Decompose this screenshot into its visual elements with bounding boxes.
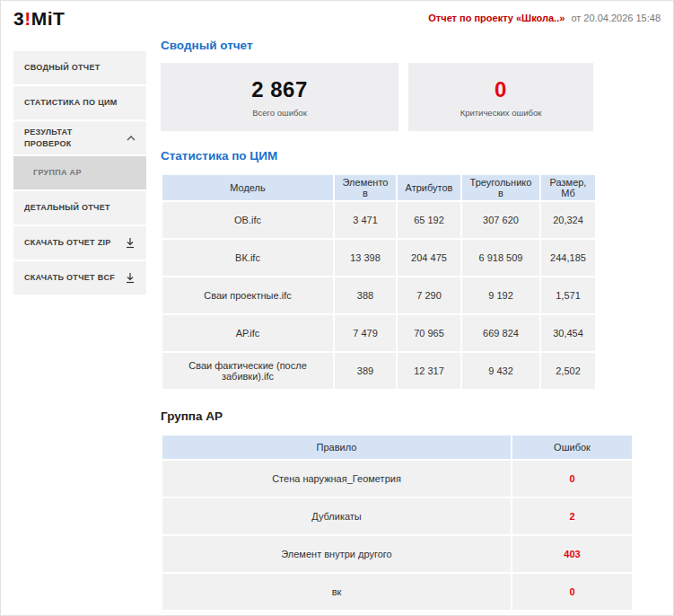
- table-cell: АР.ifc: [162, 314, 334, 352]
- table-cell: 388: [334, 277, 397, 314]
- table-cell: Стена наружная_Геометрия: [162, 460, 512, 497]
- sidebar-item-check-results[interactable]: Результат проверок: [13, 121, 146, 154]
- table-cell: 244,185: [540, 239, 596, 277]
- cim-stats-section-title: Статистика по ЦИМ: [161, 149, 661, 163]
- table-row: Сваи проектные.ifc3887 2909 1921,571: [162, 277, 596, 314]
- table-cell: 9 432: [461, 352, 540, 390]
- total-errors-card: 2 867 Всего ошибок: [161, 63, 398, 131]
- table-cell: ВК.ifc: [162, 239, 334, 277]
- critical-errors-label: Критических ошибок: [460, 108, 542, 118]
- table-cell: Элемент внутри другого: [162, 535, 512, 573]
- table-cell: 669 824: [461, 314, 540, 352]
- table-cell: Дубликаты: [162, 497, 512, 535]
- table-header-row: Правило Ошибок: [162, 435, 633, 460]
- column-header: Атрибутов: [397, 174, 461, 201]
- sidebar-item-label: Результат проверок: [24, 127, 121, 149]
- table-row: Стена наружная_Геометрия0: [162, 460, 633, 497]
- column-header: Правило: [162, 435, 512, 460]
- table-cell: 2,502: [540, 352, 596, 390]
- column-header: Элементов: [334, 174, 397, 201]
- table-row: Элемент внутри другого403: [162, 535, 633, 573]
- table-cell: 7 290: [397, 277, 461, 314]
- table-cell: 3 471: [334, 201, 397, 239]
- column-header: Ошибок: [512, 435, 633, 460]
- critical-errors-card: 0 Критических ошибок: [408, 63, 593, 131]
- table-cell: 20,324: [540, 201, 596, 239]
- logo-text: 3: [13, 8, 24, 29]
- table-row: вк0: [162, 573, 633, 611]
- group-ar-section-title: Группа АР: [161, 409, 661, 423]
- download-icon: [125, 272, 136, 284]
- logo-exclamation: !: [24, 8, 31, 29]
- cim-stats-table: Модель Элементов Атрибутов Треугольников…: [161, 173, 597, 391]
- sidebar-item-group-ar[interactable]: Группа АР: [13, 156, 146, 189]
- table-cell: 2: [512, 497, 633, 535]
- table-cell: 0: [512, 460, 633, 497]
- topbar: 3!MiT Отчет по проекту «Школа..» от 20.0…: [1, 1, 673, 37]
- table-cell: 70 965: [397, 314, 461, 352]
- table-cell: 30,454: [540, 314, 596, 352]
- column-header: Модель: [162, 174, 334, 201]
- table-row: Дубликаты2: [162, 497, 633, 535]
- sidebar-item-download-zip[interactable]: Скачать отчет ZIP: [13, 226, 146, 260]
- critical-errors-value: 0: [495, 77, 507, 102]
- chevron-up-icon: [127, 136, 136, 141]
- sidebar-item-label: Скачать отчет ZIP: [24, 237, 111, 249]
- table-cell: 389: [334, 352, 397, 390]
- sidebar-item-label: Скачать отчет BCF: [24, 272, 115, 284]
- sidebar-item-label: Статистика по ЦИМ: [24, 97, 118, 109]
- column-header: Размер, Мб: [540, 174, 596, 201]
- table-header-row: Модель Элементов Атрибутов Треугольников…: [162, 174, 596, 201]
- group-ar-table-body: Стена наружная_Геометрия0Дубликаты2Элеме…: [162, 460, 633, 611]
- column-header: Треугольников: [461, 174, 540, 201]
- table-cell: 65 192: [397, 201, 461, 239]
- group-ar-table: Правило Ошибок Стена наружная_Геометрия0…: [161, 434, 634, 612]
- main-content: Сводный отчет 2 867 Всего ошибок 0 Крити…: [161, 37, 661, 616]
- table-row: ВК.ifc13 398204 4756 918 509244,185: [162, 239, 596, 277]
- download-icon: [125, 237, 136, 249]
- sidebar-item-download-bcf[interactable]: Скачать отчет BCF: [13, 261, 146, 295]
- table-cell: Сваи фактические (после забивки).ifc: [162, 352, 334, 390]
- logo-text: MiT: [31, 8, 66, 29]
- table-cell: 6 918 509: [461, 239, 540, 277]
- report-project-title: Отчет по проекту «Школа..»: [428, 13, 565, 23]
- table-cell: вк: [162, 573, 512, 611]
- table-cell: 0: [512, 573, 633, 611]
- total-errors-label: Всего ошибок: [252, 108, 307, 118]
- report-date: от 20.04.2026 15:48: [571, 13, 661, 23]
- sidebar-item-cim-statistics[interactable]: Статистика по ЦИМ: [13, 86, 146, 119]
- bimit-logo[interactable]: 3!MiT: [13, 9, 65, 28]
- content: Сводный отчет Статистика по ЦИМ Результа…: [1, 37, 673, 616]
- table-cell: Сваи проектные.ifc: [162, 277, 334, 314]
- table-cell: 13 398: [334, 239, 397, 277]
- table-cell: 7 479: [334, 314, 397, 352]
- sidebar-item-summary-report[interactable]: Сводный отчет: [13, 51, 146, 84]
- summary-cards: 2 867 Всего ошибок 0 Критических ошибок: [161, 63, 661, 131]
- table-row: Сваи фактические (после забивки).ifc3891…: [162, 352, 596, 390]
- table-cell: 403: [512, 535, 633, 573]
- sidebar-item-label: Детальный отчет: [24, 202, 110, 214]
- summary-section-title: Сводный отчет: [161, 39, 661, 52]
- sidebar-item-label: Группа АР: [33, 167, 82, 179]
- sidebar-item-label: Сводный отчет: [24, 62, 101, 74]
- table-row: АР.ifc7 47970 965669 82430,454: [162, 314, 596, 352]
- table-cell: 307 620: [461, 201, 540, 239]
- table-cell: ОВ.ifc: [162, 201, 334, 239]
- table-row: ОВ.ifc3 47165 192307 62020,324: [162, 201, 596, 239]
- total-errors-value: 2 867: [251, 77, 308, 102]
- table-cell: 9 192: [461, 277, 540, 314]
- report-page: 3!MiT Отчет по проекту «Школа..» от 20.0…: [0, 0, 674, 616]
- table-cell: 204 475: [397, 239, 461, 277]
- table-cell: 1,571: [540, 277, 596, 314]
- sidebar-item-detailed-report[interactable]: Детальный отчет: [13, 191, 146, 224]
- cim-stats-table-body: ОВ.ifc3 47165 192307 62020,324ВК.ifc13 3…: [162, 201, 596, 390]
- table-cell: 12 317: [397, 352, 461, 390]
- sidebar: Сводный отчет Статистика по ЦИМ Результа…: [13, 51, 146, 616]
- report-meta: Отчет по проекту «Школа..» от 20.04.2026…: [428, 9, 661, 23]
